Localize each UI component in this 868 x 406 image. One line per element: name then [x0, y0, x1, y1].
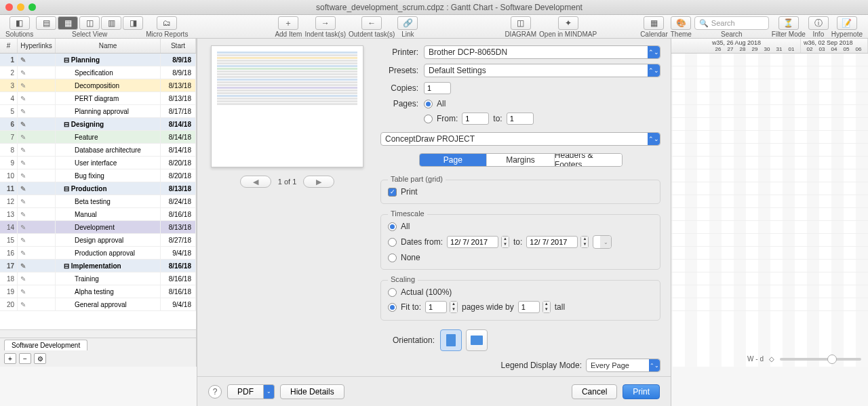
- search-input[interactable]: 🔍Search: [694, 16, 769, 30]
- timescale-all-radio[interactable]: [388, 222, 397, 231]
- pages-to-input[interactable]: [507, 113, 534, 125]
- view-gantt-button[interactable]: ▦: [58, 16, 78, 30]
- sheet-tab[interactable]: Software Development: [4, 340, 87, 350]
- timescale-none-radio[interactable]: [388, 253, 397, 262]
- mindmap-button[interactable]: ✦: [558, 16, 578, 30]
- table-row[interactable]: 20✎General approval9/4/18: [0, 298, 196, 311]
- theme-button[interactable]: 🎨: [671, 16, 691, 30]
- timescale-extra-select[interactable]: ⌄: [593, 235, 612, 249]
- cancel-button[interactable]: Cancel: [572, 384, 617, 399]
- view-4-button[interactable]: ▥: [101, 16, 121, 30]
- sheet-settings-button[interactable]: ⚙: [34, 353, 46, 364]
- col-number[interactable]: #: [0, 39, 18, 53]
- table-row[interactable]: 11✎⊟ Production8/13/18: [0, 182, 196, 195]
- pages-range-radio[interactable]: [424, 115, 433, 123]
- pages-all-radio[interactable]: [424, 100, 433, 108]
- indent-button[interactable]: →: [315, 16, 336, 30]
- table-row[interactable]: 8✎Database architecture8/14/18: [0, 144, 196, 157]
- timescale-dates-radio[interactable]: [388, 238, 397, 247]
- legend-select[interactable]: Every Page⌃⌄: [586, 359, 660, 372]
- table-row[interactable]: 15✎Design approval8/27/18: [0, 234, 196, 247]
- horizontal-scrollbar[interactable]: [0, 329, 196, 338]
- timescale-date2-input[interactable]: [526, 236, 578, 248]
- table-row[interactable]: 17✎⊟ Implementation8/16/18: [0, 260, 196, 272]
- tablepart-title: Table part (grid): [388, 175, 446, 183]
- orientation-portrait[interactable]: [440, 329, 462, 351]
- view-5-button[interactable]: ◨: [123, 16, 143, 30]
- micro-reports-button[interactable]: 🗂: [157, 16, 177, 30]
- print-button[interactable]: Print: [623, 384, 660, 399]
- zoom-slider[interactable]: [780, 358, 861, 361]
- col-hyperlinks[interactable]: Hyperlinks: [18, 39, 56, 53]
- tablepart-print-checkbox[interactable]: ✓: [388, 188, 397, 197]
- hypernote-label: Hypernote: [831, 31, 863, 38]
- table-row[interactable]: 5✎Planning approval8/17/18: [0, 105, 196, 118]
- table-row[interactable]: 6✎⊟ Designing8/14/18: [0, 118, 196, 131]
- timescale-date1-input[interactable]: [447, 236, 498, 248]
- col-start[interactable]: Start: [161, 39, 196, 53]
- pages-to-label: to:: [493, 114, 502, 123]
- zoom-stepper-icon[interactable]: ◇: [769, 355, 774, 363]
- prev-page-button[interactable]: ◀: [240, 176, 271, 188]
- diagram-label: DIAGRAM: [505, 31, 536, 38]
- diagram-button[interactable]: ◫: [511, 16, 531, 30]
- pages-from-input[interactable]: [462, 113, 489, 125]
- close-window-button[interactable]: [5, 3, 13, 11]
- hypernote-button[interactable]: 📝: [837, 16, 857, 30]
- task-grid-panel: # Hyperlinks Name Start 1✎⊟ Planning8/9/…: [0, 39, 197, 367]
- date1-stepper[interactable]: ▲▼: [501, 236, 509, 248]
- table-row[interactable]: 13✎Manual8/16/18: [0, 208, 196, 221]
- remove-sheet-button[interactable]: −: [19, 353, 31, 364]
- add-item-button[interactable]: ＋: [278, 16, 298, 30]
- minimize-window-button[interactable]: [17, 3, 24, 11]
- table-row[interactable]: 16✎Production approval9/4/18: [0, 247, 196, 260]
- tab-headers-footers[interactable]: Headers & Footers: [555, 154, 622, 166]
- search-label: Search: [721, 31, 743, 38]
- tab-page[interactable]: Page: [420, 154, 488, 166]
- solutions-button[interactable]: ◧: [9, 16, 30, 30]
- outdent-button[interactable]: ←: [361, 16, 382, 30]
- scaling-fitto-radio[interactable]: [388, 303, 397, 312]
- table-row[interactable]: 4✎PERT diagram8/13/18: [0, 92, 196, 105]
- timescale-title: Timescale: [388, 209, 427, 218]
- fit-tall-input[interactable]: [518, 301, 540, 313]
- copies-input[interactable]: [424, 82, 451, 94]
- calendar-button[interactable]: ▦: [644, 16, 664, 30]
- fit-wide-stepper[interactable]: ▲▼: [450, 301, 458, 313]
- table-row[interactable]: 14✎Development8/13/18: [0, 221, 196, 234]
- filter-button[interactable]: ⏳: [778, 16, 799, 30]
- scaling-actual-radio[interactable]: [388, 288, 397, 297]
- table-row[interactable]: 12✎Beta testing8/24/18: [0, 195, 196, 208]
- orientation-landscape[interactable]: [466, 329, 488, 351]
- timescale-dates-label: Dates from:: [401, 237, 443, 247]
- next-page-button[interactable]: ▶: [303, 176, 334, 188]
- fit-tall-stepper[interactable]: ▲▼: [542, 301, 551, 313]
- table-row[interactable]: 2✎Specification8/9/18: [0, 66, 196, 79]
- add-sheet-button[interactable]: +: [4, 353, 16, 364]
- table-row[interactable]: 7✎Feature8/14/18: [0, 131, 196, 144]
- table-row[interactable]: 10✎Bug fixing8/20/18: [0, 169, 196, 182]
- table-row[interactable]: 18✎Training8/16/18: [0, 272, 196, 285]
- fit-wide-input[interactable]: [425, 301, 447, 313]
- view-3-button[interactable]: ◫: [79, 16, 100, 30]
- table-row[interactable]: 19✎Alpha testing8/16/18: [0, 285, 196, 298]
- table-row[interactable]: 3✎Decomposition8/13/18: [0, 79, 196, 92]
- link-button[interactable]: 🔗: [397, 16, 418, 30]
- info-button[interactable]: ⓘ: [808, 16, 829, 30]
- zoom-window-button[interactable]: [28, 3, 36, 11]
- table-row[interactable]: 9✎User interface8/20/18: [0, 157, 196, 169]
- hide-details-button[interactable]: Hide Details: [280, 384, 344, 399]
- col-name[interactable]: Name: [56, 39, 161, 53]
- tab-margins[interactable]: Margins: [487, 154, 555, 166]
- table-row[interactable]: 1✎⊟ Planning8/9/18: [0, 54, 196, 66]
- scaling-actual-label: Actual (100%): [401, 287, 452, 297]
- date2-stepper[interactable]: ▲▼: [580, 236, 589, 248]
- app-section-select[interactable]: ConceptDraw PROJECT⌃⌄: [380, 132, 660, 146]
- printer-select[interactable]: Brother DCP-8065DN⌃⌄: [424, 45, 660, 59]
- view-1-button[interactable]: ▤: [36, 16, 56, 30]
- grid-body[interactable]: 1✎⊟ Planning8/9/182✎Specification8/9/183…: [0, 54, 196, 329]
- help-button[interactable]: ?: [208, 385, 222, 399]
- pdf-dropdown-button[interactable]: PDF⌄: [227, 384, 275, 399]
- presets-label: Presets:: [380, 66, 418, 75]
- presets-select[interactable]: Default Settings⌃⌄: [424, 64, 660, 77]
